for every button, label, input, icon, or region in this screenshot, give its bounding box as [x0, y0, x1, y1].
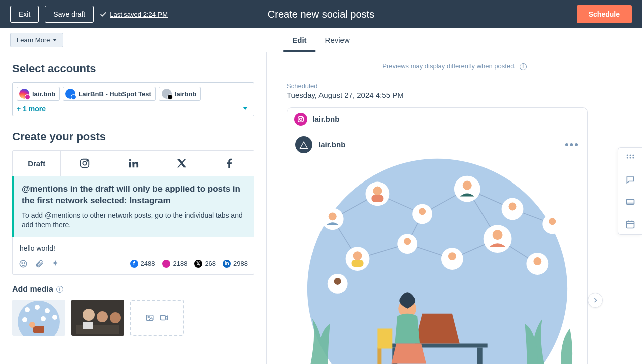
svg-rect-46 — [371, 195, 383, 202]
chip-label: LairBnB - HubSpot Test — [78, 90, 151, 98]
facebook-icon: f — [130, 260, 138, 268]
emoji-picker-button[interactable] — [19, 259, 28, 268]
account-selector[interactable]: lair.bnb LairBnB - HubSpot Test lairbnb … — [12, 82, 254, 116]
svg-point-9 — [25, 307, 30, 312]
more-accounts-link[interactable]: + 1 more — [17, 105, 250, 113]
media-thumb[interactable] — [71, 300, 124, 336]
svg-point-10 — [35, 305, 40, 310]
svg-point-19 — [97, 311, 108, 322]
preview-account-name: lair.bnb — [312, 115, 339, 123]
account-dropdown-toggle[interactable] — [243, 107, 248, 110]
scheduled-label: Scheduled — [287, 82, 622, 90]
linkedin-icon: in — [223, 260, 231, 268]
svg-point-59 — [404, 238, 411, 245]
svg-rect-70 — [477, 347, 483, 364]
tab-instagram[interactable] — [61, 151, 109, 176]
add-media-heading: Add media i — [12, 285, 254, 294]
learn-more-button[interactable]: Learn More — [10, 33, 63, 47]
thumbnail-image — [71, 300, 124, 336]
paperclip-icon — [35, 259, 44, 268]
svg-point-4 — [129, 159, 131, 161]
rail-display-button[interactable] — [625, 197, 635, 207]
emoji-icon — [19, 259, 28, 268]
svg-point-78 — [632, 157, 634, 159]
next-preview-button[interactable] — [588, 293, 603, 308]
svg-point-2 — [87, 160, 88, 161]
caret-down-icon — [53, 39, 57, 41]
svg-point-6 — [22, 262, 23, 263]
image-icon — [145, 313, 155, 322]
mode-tabs: Edit Review — [283, 28, 359, 52]
tab-linkedin[interactable] — [109, 151, 157, 176]
rail-grid-button[interactable] — [625, 153, 635, 163]
compose-textarea[interactable]: hello world! — [13, 237, 254, 255]
svg-rect-72 — [377, 347, 381, 364]
create-posts-heading: Create your posts — [12, 130, 254, 143]
svg-point-7 — [24, 262, 25, 263]
ai-sparkle-button[interactable] — [51, 259, 60, 268]
preview-pane: Previews may display differently when po… — [267, 52, 642, 364]
svg-point-13 — [22, 317, 27, 322]
platform-tabs: Draft — [12, 150, 254, 176]
count-linkedin: in2988 — [223, 260, 248, 268]
calendar-icon — [625, 219, 635, 229]
tab-x-twitter[interactable] — [157, 151, 206, 176]
check-icon — [100, 11, 107, 18]
chevron-right-icon — [592, 297, 598, 303]
info-icon[interactable]: i — [520, 63, 527, 70]
account-chip[interactable]: LairBnB - HubSpot Test — [63, 87, 156, 101]
x-twitter-icon: 𝕏 — [194, 260, 202, 268]
account-chip[interactable]: lair.bnb — [17, 87, 60, 101]
svg-point-75 — [632, 155, 634, 156]
exit-button[interactable]: Exit — [10, 6, 39, 23]
svg-point-67 — [334, 278, 341, 285]
secondary-bar: Learn More Edit Review — [0, 28, 642, 52]
svg-rect-79 — [626, 199, 634, 204]
svg-point-56 — [353, 251, 362, 260]
svg-point-18 — [83, 309, 95, 321]
svg-rect-3 — [129, 162, 131, 167]
compose-pane: Select accounts lair.bnb LairBnB - HubSp… — [0, 52, 267, 364]
info-icon[interactable]: i — [56, 286, 63, 293]
svg-point-24 — [148, 316, 149, 318]
tab-facebook[interactable] — [206, 151, 254, 176]
svg-point-50 — [463, 180, 472, 190]
thumbnail-image — [12, 300, 65, 336]
schedule-button[interactable]: Schedule — [577, 5, 632, 23]
svg-point-76 — [626, 157, 628, 159]
compose-toolbar: f2488 2188 𝕏268 in2988 — [13, 255, 254, 274]
save-draft-button[interactable]: Save draft — [45, 6, 94, 23]
svg-point-20 — [110, 312, 121, 323]
sparkle-icon — [51, 259, 60, 268]
account-chip[interactable]: lairbnb — [159, 87, 201, 101]
video-icon — [159, 313, 169, 322]
attachment-button[interactable] — [35, 259, 44, 268]
preview-disclaimer: Previews may display differently when po… — [287, 62, 622, 70]
facebook-icon — [65, 89, 75, 99]
preview-username: lair.bnb — [318, 140, 345, 149]
tab-draft[interactable]: Draft — [13, 151, 61, 176]
tab-review[interactable]: Review — [316, 28, 359, 52]
svg-point-54 — [549, 218, 556, 225]
instagram-icon — [162, 260, 170, 268]
svg-rect-25 — [160, 315, 165, 320]
media-thumbnails — [12, 300, 254, 336]
x-twitter-icon — [162, 89, 172, 99]
svg-point-73 — [626, 155, 628, 156]
svg-point-65 — [533, 257, 541, 265]
tab-edit[interactable]: Edit — [283, 28, 315, 52]
last-saved-indicator: Last saved 2:24 PM — [100, 11, 168, 18]
post-preview-card: lair.bnb lair.bnb ••• — [287, 107, 588, 364]
rail-calendar-button[interactable] — [625, 219, 635, 229]
svg-point-12 — [52, 315, 57, 320]
top-bar: Exit Save draft Last saved 2:24 PM Creat… — [0, 0, 642, 28]
rail-comments-button[interactable] — [625, 175, 635, 185]
svg-rect-15 — [33, 326, 44, 333]
add-media-button[interactable] — [130, 300, 184, 336]
count-facebook: f2488 — [130, 260, 155, 268]
chip-label: lairbnb — [175, 90, 196, 98]
more-options-button[interactable]: ••• — [565, 139, 579, 150]
preview-network-header: lair.bnb — [287, 108, 587, 131]
svg-point-77 — [629, 157, 631, 159]
media-thumb[interactable] — [12, 300, 65, 336]
